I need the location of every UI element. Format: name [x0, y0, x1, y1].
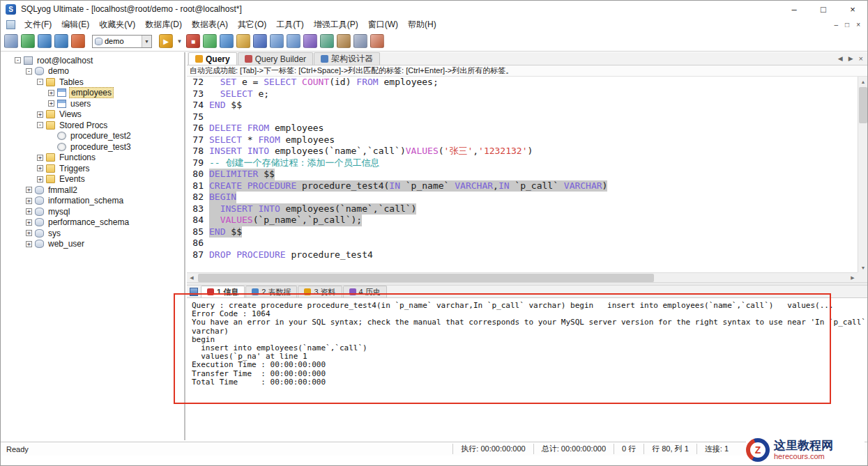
menu-item-table[interactable]: 数据表(A)	[187, 17, 233, 32]
mdi-minimize-button[interactable]: –	[835, 21, 839, 29]
collapse-icon[interactable]: -	[26, 68, 32, 75]
mysql-dolphin-icon[interactable]	[71, 34, 85, 48]
table-diagnostics-icon[interactable]	[370, 34, 384, 48]
close-button[interactable]: ×	[838, 1, 867, 17]
expand-icon[interactable]: +	[26, 219, 32, 226]
scroll-left-icon[interactable]: ◀	[187, 273, 197, 283]
watermark-url: herecours.com	[774, 452, 833, 461]
message-line: You have an error in your SQL syntax; ch…	[192, 318, 867, 327]
tree-item-sys[interactable]: +sys	[1, 228, 184, 239]
results-tab-label: 3 资料	[314, 287, 335, 297]
menu-item-file[interactable]: 文件(F)	[20, 17, 56, 32]
editor-vertical-scrollbar[interactable]: ▲ ▼	[858, 77, 867, 272]
menu-item-favorites[interactable]: 收藏夹(V)	[94, 17, 140, 32]
expand-icon[interactable]: +	[26, 230, 32, 236]
collapse-icon[interactable]: -	[37, 79, 43, 85]
sync-connection-icon[interactable]	[54, 34, 68, 48]
line-number: 83	[187, 203, 209, 215]
tree-item-tables[interactable]: -Tables	[1, 77, 184, 88]
tree-item-label: procedure_test3	[69, 142, 132, 152]
tab-scroll-left-icon[interactable]: ◀	[838, 55, 843, 62]
folder-icon	[46, 175, 55, 183]
tab-label: 架构设计器	[331, 53, 373, 65]
expand-icon[interactable]: +	[48, 90, 54, 96]
execute-query-icon[interactable]: ▶	[159, 34, 173, 48]
menu-item-powertools[interactable]: 增强工具(P)	[309, 17, 363, 32]
menu-item-help[interactable]: 帮助(H)	[403, 17, 441, 32]
results-tab-info[interactable]: 3 资料	[298, 286, 342, 297]
expand-icon[interactable]: +	[37, 155, 43, 161]
results-tab-messages[interactable]: 1 信息	[201, 286, 245, 297]
combobox-dropdown-icon[interactable]: ▼	[142, 36, 151, 47]
tab-query[interactable]: Query	[188, 52, 237, 65]
tab-query-builder[interactable]: Query Builder	[238, 52, 313, 65]
mdi-restore-button[interactable]: □	[845, 21, 849, 29]
tree-item-employees[interactable]: +employees	[1, 88, 184, 99]
beautify-sql-icon[interactable]	[203, 34, 217, 48]
menu-item-edit[interactable]: 编辑(E)	[56, 17, 94, 32]
expand-icon[interactable]: +	[37, 176, 43, 182]
mdi-close-button[interactable]: ×	[856, 21, 860, 29]
results-tab-history[interactable]: 4 历史	[343, 286, 387, 297]
tree-item-performance-schema[interactable]: +performance_schema	[1, 217, 184, 228]
menu-item-window[interactable]: 窗口(W)	[363, 17, 403, 32]
stop-query-icon[interactable]: ■	[186, 34, 200, 48]
maximize-button[interactable]: □	[809, 1, 838, 17]
menu-item-database[interactable]: 数据库(D)	[140, 17, 187, 32]
sql-editor[interactable]: 72 SET e = SELECT COUNT(id) FROM employe…	[187, 77, 858, 272]
tree-item-stored-procs[interactable]: -Stored Procs	[1, 120, 184, 131]
execute-options-arrow[interactable]: ▼	[176, 34, 183, 48]
tree-item-functions[interactable]: +Functions	[1, 153, 184, 164]
tree-item-web-user[interactable]: +web_user	[1, 239, 184, 250]
tree-item-procedure-test3[interactable]: procedure_test3	[1, 141, 184, 153]
vertical-scroll-thumb[interactable]	[859, 87, 867, 123]
tree-item-demo[interactable]: -demo	[1, 66, 184, 77]
expand-icon[interactable]: +	[26, 198, 32, 204]
connect-database-icon[interactable]	[21, 34, 35, 48]
tree-item-triggers[interactable]: +Triggers	[1, 163, 184, 174]
tree-item-fmmall2[interactable]: +fmmall2	[1, 185, 184, 196]
code-token: DROP	[209, 249, 231, 260]
expand-icon[interactable]: +	[26, 241, 32, 247]
tree-item-events[interactable]: +Events	[1, 174, 184, 185]
tab-scroll-right-icon[interactable]: ▶	[848, 55, 853, 62]
tree-item-information-schema[interactable]: +information_schema	[1, 196, 184, 207]
scroll-down-icon[interactable]: ▼	[858, 263, 868, 272]
tree-item-mysql[interactable]: +mysql	[1, 206, 184, 217]
database-sync-icon[interactable]	[303, 34, 317, 48]
results-tab-table-data[interactable]: 2 表数据	[245, 286, 297, 297]
database-combobox[interactable]: demo ▼	[92, 35, 152, 48]
tree-item-procedure-test2[interactable]: procedure_test2	[1, 131, 184, 142]
tree-item-views[interactable]: +Views	[1, 109, 184, 121]
save-query-icon[interactable]	[253, 34, 267, 48]
code-token: SELECT	[209, 134, 242, 145]
schema-sync-icon[interactable]	[320, 34, 334, 48]
expand-icon[interactable]: +	[48, 100, 54, 107]
expand-icon[interactable]: +	[26, 208, 32, 215]
result-grid-icon[interactable]	[287, 34, 300, 48]
expand-icon[interactable]: +	[37, 111, 43, 118]
open-query-icon[interactable]	[236, 34, 250, 48]
tree-item-root-localhost[interactable]: -root@localhost	[1, 55, 184, 66]
backup-database-icon[interactable]	[337, 34, 351, 48]
menu-item-others[interactable]: 其它(O)	[233, 17, 271, 32]
new-connection-icon[interactable]	[4, 34, 18, 48]
refresh-object-browser-icon[interactable]	[38, 34, 52, 48]
collapse-icon[interactable]: -	[15, 57, 21, 63]
tree-item-users[interactable]: +users	[1, 98, 184, 109]
expand-icon[interactable]: +	[37, 165, 43, 171]
tab-schema-designer[interactable]: 架构设计器	[314, 52, 380, 65]
new-query-tab-icon[interactable]	[220, 34, 234, 48]
horizontal-scroll-thumb[interactable]	[198, 274, 654, 282]
table-data-icon[interactable]	[270, 34, 284, 48]
expand-icon[interactable]: +	[26, 187, 32, 193]
editor-horizontal-scrollbar[interactable]: ◀ ▶	[187, 272, 858, 282]
scroll-right-icon[interactable]: ▶	[848, 273, 858, 283]
scroll-up-icon[interactable]: ▲	[858, 77, 868, 86]
menu-item-tools[interactable]: 工具(T)	[271, 17, 308, 32]
query-formatter-icon[interactable]	[353, 34, 367, 48]
collapse-icon[interactable]: -	[37, 122, 43, 128]
minimize-button[interactable]: –	[779, 1, 809, 17]
code-token: VARCHAR	[455, 180, 493, 191]
close-tab-icon[interactable]: ×	[859, 54, 863, 63]
